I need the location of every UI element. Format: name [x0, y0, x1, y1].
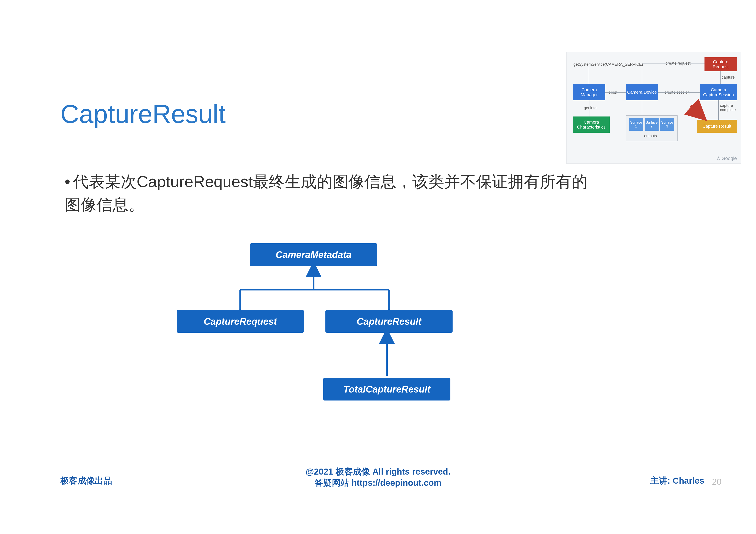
- page-number: 20: [712, 477, 722, 487]
- thumb-copyright: © Google: [717, 156, 737, 161]
- footer-mid-line1: @2021 极客成像 All rights reserved.: [0, 466, 756, 478]
- box-camera-metadata: CameraMetadata: [250, 243, 377, 266]
- svg-line-12: [690, 106, 705, 119]
- bullet-text: 代表某次CaptureRequest最终生成的图像信息，该类并不保证拥有所有的图…: [65, 173, 588, 214]
- box-total-capture-result: TotalCaptureResult: [323, 378, 450, 400]
- footer-right: 主讲: Charles: [650, 475, 704, 487]
- page-title: CaptureResult: [60, 99, 226, 129]
- bullet-item: •代表某次CaptureRequest最终生成的图像信息，该类并不保证拥有所有的…: [65, 170, 604, 216]
- class-hierarchy-diagram: CameraMetadata CaptureRequest CaptureRes…: [177, 243, 478, 416]
- thumb-connectors: [567, 52, 741, 164]
- footer-mid-line2: 答疑网站 https://deepinout.com: [0, 477, 756, 489]
- thumbnail-diagram: getSystemService(CAMERA_SERVICE) Camera …: [566, 52, 741, 164]
- box-capture-request: CaptureRequest: [177, 310, 304, 333]
- bullet-dot: •: [65, 170, 70, 193]
- box-capture-result: CaptureResult: [325, 310, 452, 333]
